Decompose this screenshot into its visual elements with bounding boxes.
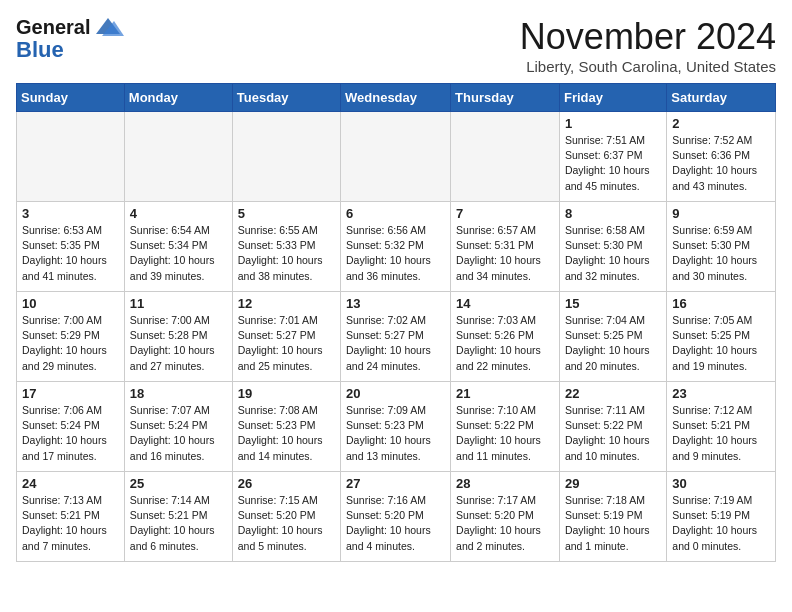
- weekday-header-tuesday: Tuesday: [232, 84, 340, 112]
- calendar-cell: 13Sunrise: 7:02 AMSunset: 5:27 PMDayligh…: [341, 292, 451, 382]
- calendar-cell: 4Sunrise: 6:54 AMSunset: 5:34 PMDaylight…: [124, 202, 232, 292]
- day-info: Sunrise: 7:08 AMSunset: 5:23 PMDaylight:…: [238, 403, 335, 464]
- calendar-cell: 11Sunrise: 7:00 AMSunset: 5:28 PMDayligh…: [124, 292, 232, 382]
- page-header: General Blue November 2024 Liberty, Sout…: [16, 16, 776, 75]
- weekday-header-sunday: Sunday: [17, 84, 125, 112]
- logo-blue-text: Blue: [16, 38, 64, 62]
- day-number: 1: [565, 116, 661, 131]
- calendar-cell: [124, 112, 232, 202]
- calendar-cell: 10Sunrise: 7:00 AMSunset: 5:29 PMDayligh…: [17, 292, 125, 382]
- day-info: Sunrise: 7:11 AMSunset: 5:22 PMDaylight:…: [565, 403, 661, 464]
- day-number: 23: [672, 386, 770, 401]
- day-number: 28: [456, 476, 554, 491]
- day-info: Sunrise: 7:17 AMSunset: 5:20 PMDaylight:…: [456, 493, 554, 554]
- day-info: Sunrise: 7:51 AMSunset: 6:37 PMDaylight:…: [565, 133, 661, 194]
- weekday-header-thursday: Thursday: [451, 84, 560, 112]
- calendar-cell: 18Sunrise: 7:07 AMSunset: 5:24 PMDayligh…: [124, 382, 232, 472]
- day-info: Sunrise: 7:00 AMSunset: 5:28 PMDaylight:…: [130, 313, 227, 374]
- day-number: 12: [238, 296, 335, 311]
- day-info: Sunrise: 7:16 AMSunset: 5:20 PMDaylight:…: [346, 493, 445, 554]
- calendar-cell: 1Sunrise: 7:51 AMSunset: 6:37 PMDaylight…: [559, 112, 666, 202]
- day-number: 2: [672, 116, 770, 131]
- logo-icon: [92, 16, 124, 38]
- day-number: 5: [238, 206, 335, 221]
- calendar-cell: 23Sunrise: 7:12 AMSunset: 5:21 PMDayligh…: [667, 382, 776, 472]
- day-info: Sunrise: 6:56 AMSunset: 5:32 PMDaylight:…: [346, 223, 445, 284]
- day-number: 18: [130, 386, 227, 401]
- location-title: Liberty, South Carolina, United States: [520, 58, 776, 75]
- calendar-cell: 25Sunrise: 7:14 AMSunset: 5:21 PMDayligh…: [124, 472, 232, 562]
- weekday-header-friday: Friday: [559, 84, 666, 112]
- calendar-cell: [232, 112, 340, 202]
- calendar-cell: [341, 112, 451, 202]
- calendar-cell: 5Sunrise: 6:55 AMSunset: 5:33 PMDaylight…: [232, 202, 340, 292]
- day-number: 7: [456, 206, 554, 221]
- week-row-4: 17Sunrise: 7:06 AMSunset: 5:24 PMDayligh…: [17, 382, 776, 472]
- day-number: 17: [22, 386, 119, 401]
- day-info: Sunrise: 6:58 AMSunset: 5:30 PMDaylight:…: [565, 223, 661, 284]
- day-number: 15: [565, 296, 661, 311]
- day-number: 13: [346, 296, 445, 311]
- calendar-cell: 8Sunrise: 6:58 AMSunset: 5:30 PMDaylight…: [559, 202, 666, 292]
- day-number: 14: [456, 296, 554, 311]
- calendar-cell: 3Sunrise: 6:53 AMSunset: 5:35 PMDaylight…: [17, 202, 125, 292]
- day-info: Sunrise: 7:04 AMSunset: 5:25 PMDaylight:…: [565, 313, 661, 374]
- day-info: Sunrise: 7:14 AMSunset: 5:21 PMDaylight:…: [130, 493, 227, 554]
- day-info: Sunrise: 7:18 AMSunset: 5:19 PMDaylight:…: [565, 493, 661, 554]
- calendar-cell: 24Sunrise: 7:13 AMSunset: 5:21 PMDayligh…: [17, 472, 125, 562]
- day-info: Sunrise: 7:07 AMSunset: 5:24 PMDaylight:…: [130, 403, 227, 464]
- day-number: 24: [22, 476, 119, 491]
- calendar-cell: 29Sunrise: 7:18 AMSunset: 5:19 PMDayligh…: [559, 472, 666, 562]
- day-info: Sunrise: 7:13 AMSunset: 5:21 PMDaylight:…: [22, 493, 119, 554]
- calendar-table: SundayMondayTuesdayWednesdayThursdayFrid…: [16, 83, 776, 562]
- day-info: Sunrise: 7:00 AMSunset: 5:29 PMDaylight:…: [22, 313, 119, 374]
- day-number: 8: [565, 206, 661, 221]
- day-number: 6: [346, 206, 445, 221]
- day-info: Sunrise: 7:10 AMSunset: 5:22 PMDaylight:…: [456, 403, 554, 464]
- calendar-cell: 22Sunrise: 7:11 AMSunset: 5:22 PMDayligh…: [559, 382, 666, 472]
- day-number: 21: [456, 386, 554, 401]
- day-number: 29: [565, 476, 661, 491]
- day-info: Sunrise: 6:55 AMSunset: 5:33 PMDaylight:…: [238, 223, 335, 284]
- day-info: Sunrise: 7:02 AMSunset: 5:27 PMDaylight:…: [346, 313, 445, 374]
- calendar-cell: 15Sunrise: 7:04 AMSunset: 5:25 PMDayligh…: [559, 292, 666, 382]
- day-info: Sunrise: 7:12 AMSunset: 5:21 PMDaylight:…: [672, 403, 770, 464]
- week-row-3: 10Sunrise: 7:00 AMSunset: 5:29 PMDayligh…: [17, 292, 776, 382]
- calendar-cell: 20Sunrise: 7:09 AMSunset: 5:23 PMDayligh…: [341, 382, 451, 472]
- calendar-cell: 26Sunrise: 7:15 AMSunset: 5:20 PMDayligh…: [232, 472, 340, 562]
- day-number: 27: [346, 476, 445, 491]
- month-title: November 2024: [520, 16, 776, 58]
- day-number: 20: [346, 386, 445, 401]
- title-area: November 2024 Liberty, South Carolina, U…: [520, 16, 776, 75]
- day-info: Sunrise: 7:01 AMSunset: 5:27 PMDaylight:…: [238, 313, 335, 374]
- logo: General Blue: [16, 16, 124, 62]
- day-number: 10: [22, 296, 119, 311]
- day-info: Sunrise: 6:54 AMSunset: 5:34 PMDaylight:…: [130, 223, 227, 284]
- day-number: 3: [22, 206, 119, 221]
- weekday-header-saturday: Saturday: [667, 84, 776, 112]
- weekday-header-monday: Monday: [124, 84, 232, 112]
- day-info: Sunrise: 7:15 AMSunset: 5:20 PMDaylight:…: [238, 493, 335, 554]
- day-number: 30: [672, 476, 770, 491]
- calendar-cell: 16Sunrise: 7:05 AMSunset: 5:25 PMDayligh…: [667, 292, 776, 382]
- week-row-5: 24Sunrise: 7:13 AMSunset: 5:21 PMDayligh…: [17, 472, 776, 562]
- week-row-2: 3Sunrise: 6:53 AMSunset: 5:35 PMDaylight…: [17, 202, 776, 292]
- day-number: 19: [238, 386, 335, 401]
- calendar-cell: 30Sunrise: 7:19 AMSunset: 5:19 PMDayligh…: [667, 472, 776, 562]
- day-number: 22: [565, 386, 661, 401]
- calendar-cell: 21Sunrise: 7:10 AMSunset: 5:22 PMDayligh…: [451, 382, 560, 472]
- week-row-1: 1Sunrise: 7:51 AMSunset: 6:37 PMDaylight…: [17, 112, 776, 202]
- day-number: 11: [130, 296, 227, 311]
- calendar-cell: 6Sunrise: 6:56 AMSunset: 5:32 PMDaylight…: [341, 202, 451, 292]
- calendar-cell: 2Sunrise: 7:52 AMSunset: 6:36 PMDaylight…: [667, 112, 776, 202]
- calendar-cell: 28Sunrise: 7:17 AMSunset: 5:20 PMDayligh…: [451, 472, 560, 562]
- calendar-cell: 12Sunrise: 7:01 AMSunset: 5:27 PMDayligh…: [232, 292, 340, 382]
- calendar-cell: 19Sunrise: 7:08 AMSunset: 5:23 PMDayligh…: [232, 382, 340, 472]
- day-number: 9: [672, 206, 770, 221]
- day-number: 16: [672, 296, 770, 311]
- day-info: Sunrise: 7:06 AMSunset: 5:24 PMDaylight:…: [22, 403, 119, 464]
- day-info: Sunrise: 7:05 AMSunset: 5:25 PMDaylight:…: [672, 313, 770, 374]
- day-number: 4: [130, 206, 227, 221]
- day-info: Sunrise: 6:53 AMSunset: 5:35 PMDaylight:…: [22, 223, 119, 284]
- day-info: Sunrise: 6:59 AMSunset: 5:30 PMDaylight:…: [672, 223, 770, 284]
